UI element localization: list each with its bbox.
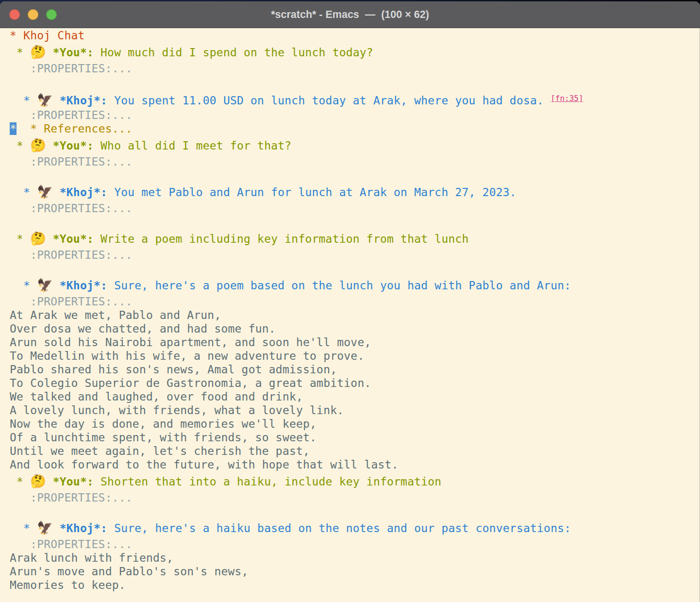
body-text-line[interactable]: Until we meet again, let's cherish the p… [10, 444, 698, 458]
body-text-line[interactable]: Memories to keep. [10, 578, 698, 592]
traffic-lights [9, 9, 57, 20]
chat-message-khoj[interactable]: * 🦅 *Khoj*: Sure, here's a haiku based o… [10, 518, 698, 537]
speaker-label: *Khoj*: [60, 94, 107, 107]
speaker-label: *Khoj*: [60, 186, 107, 199]
text-cursor[interactable]: * [10, 122, 17, 135]
window-titlebar[interactable]: *scratch* - Emacs — (100 × 62) [0, 1, 700, 28]
blank-line[interactable] [10, 215, 698, 229]
chat-message-you[interactable]: * 🤔 *You*: How much did I spend on the l… [10, 42, 698, 62]
chat-message-you[interactable]: * 🤔 *You*: Who all did I meet for that? [10, 135, 698, 155]
footnote-link[interactable]: [fn:35] [550, 94, 583, 103]
org-bullet-star: * [23, 186, 37, 199]
speaker-label: *You*: [53, 475, 94, 488]
speaker-label: *Khoj*: [60, 279, 107, 292]
body-text-line[interactable]: Now the day is done, and memories we'll … [10, 417, 698, 431]
chat-message-khoj[interactable]: * 🦅 *Khoj*: You spent 11.00 USD on lunch… [10, 89, 698, 108]
body-text-line[interactable]: Over dosa we chatted, and had some fun. [10, 322, 698, 335]
properties-drawer[interactable]: :PROPERTIES:... [10, 491, 698, 504]
chat-message-you[interactable]: * 🤔 *You*: Write a poem including key in… [10, 229, 698, 248]
thinking-face-icon: 🤔 [30, 45, 46, 59]
thinking-face-icon: 🤔 [30, 231, 46, 246]
blank-line[interactable] [10, 75, 698, 89]
properties-drawer[interactable]: :PROPERTIES:... [10, 155, 698, 168]
editor-buffer[interactable]: * Khoj Chat * 🤔 *You*: How much did I sp… [0, 28, 700, 592]
org-bullet-star: * [17, 475, 30, 488]
thinking-face-icon: 🤔 [30, 474, 46, 488]
window-title: *scratch* - Emacs — (100 × 62) [0, 9, 700, 21]
properties-drawer[interactable]: :PROPERTIES:... [10, 248, 698, 262]
body-text-line[interactable]: Arun sold his Nairobi apartment, and soo… [10, 335, 698, 349]
body-text-line[interactable]: And look forward to the future, with hop… [10, 458, 698, 471]
eagle-icon: 🦅 [37, 520, 52, 535]
references-heading[interactable]: * * References... [10, 122, 698, 135]
org-bullet-star: * [23, 279, 37, 292]
properties-drawer[interactable]: :PROPERTIES:... [10, 108, 698, 122]
thinking-face-icon: 🤔 [30, 138, 46, 152]
body-text-line[interactable]: To Colegio Superior de Gastronomia, a gr… [10, 376, 698, 390]
speaker-label: *Khoj*: [60, 522, 107, 535]
org-bullet-star: * [17, 139, 30, 152]
body-text-line[interactable]: Pablo shared his son's news, Amal got ad… [10, 363, 698, 376]
emacs-window: *scratch* - Emacs — (100 × 62) * Khoj Ch… [0, 1, 700, 602]
body-text-line[interactable]: A lovely lunch, with friends, what a lov… [10, 403, 698, 417]
properties-drawer[interactable]: :PROPERTIES:... [10, 537, 698, 551]
body-text-line[interactable]: Of a lunchtime spent, with friends, so s… [10, 431, 698, 444]
properties-drawer[interactable]: :PROPERTIES:... [10, 62, 698, 75]
zoom-button-icon[interactable] [46, 9, 57, 20]
body-text-line[interactable]: Arak lunch with friends, [10, 551, 698, 565]
speaker-label: *You*: [53, 46, 94, 59]
chat-message-khoj[interactable]: * 🦅 *Khoj*: Sure, here's a poem based on… [10, 275, 698, 295]
body-text-line[interactable]: At Arak we met, Pablo and Arun, [10, 308, 698, 322]
chat-message-you[interactable]: * 🤔 *You*: Shorten that into a haiku, in… [10, 471, 698, 491]
blank-line[interactable] [10, 262, 698, 275]
eagle-icon: 🦅 [37, 278, 52, 292]
body-text-line[interactable]: We talked and laughed, over food and dri… [10, 390, 698, 403]
body-text-line[interactable]: Arun's move and Pablo's son's news, [10, 565, 698, 578]
speaker-label: *You*: [53, 233, 94, 245]
org-heading-line[interactable]: * Khoj Chat [10, 29, 698, 42]
speaker-label: *You*: [53, 139, 94, 152]
minimize-button-icon[interactable] [28, 9, 38, 20]
body-text-line[interactable]: To Medellin with his wife, a new adventu… [10, 349, 698, 363]
org-bullet-star: * [23, 522, 37, 535]
close-button-icon[interactable] [9, 9, 20, 20]
org-bullet-star: * [17, 233, 30, 245]
blank-line[interactable] [10, 504, 698, 518]
chat-message-khoj[interactable]: * 🦅 *Khoj*: You met Pablo and Arun for l… [10, 182, 698, 201]
org-bullet-star: * [23, 94, 37, 107]
org-bullet-star: * [17, 46, 30, 59]
eagle-icon: 🦅 [37, 184, 52, 199]
properties-drawer[interactable]: :PROPERTIES:... [10, 295, 698, 308]
properties-drawer[interactable]: :PROPERTIES:... [10, 201, 698, 215]
blank-line[interactable] [10, 168, 698, 182]
eagle-icon: 🦅 [37, 93, 52, 107]
